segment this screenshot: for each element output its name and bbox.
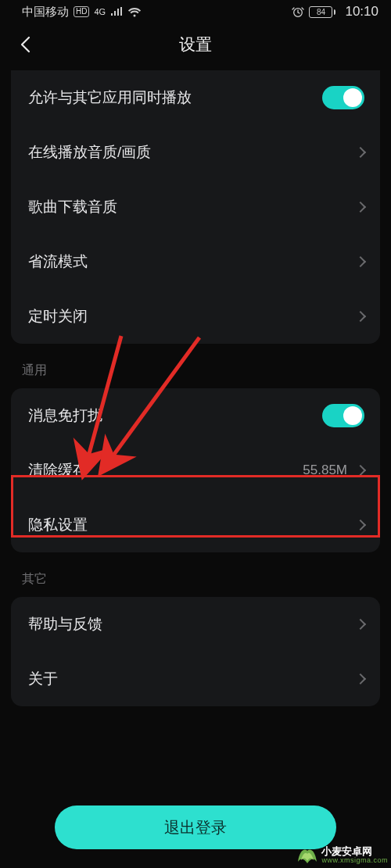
page-title: 设置	[0, 34, 391, 55]
settings-group-general: 消息免打扰 清除缓存 55.85M 隐私设置	[11, 388, 380, 552]
battery-level: 84	[317, 8, 325, 16]
row-clear-cache[interactable]: 清除缓存 55.85M	[11, 443, 380, 498]
row-label: 允许与其它应用同时播放	[28, 88, 322, 108]
toggle-allow-other-apps[interactable]	[322, 86, 364, 109]
carrier-label: 中国移动	[22, 5, 69, 20]
section-header-other: 其它	[0, 571, 391, 597]
chevron-right-icon	[355, 619, 366, 630]
settings-group-playback: 允许与其它应用同时播放 在线播放音质/画质 歌曲下载音质 省流模式 定时关闭	[11, 70, 380, 344]
chevron-left-icon	[20, 36, 30, 53]
row-sleep-timer[interactable]: 定时关闭	[11, 289, 380, 344]
toggle-do-not-disturb[interactable]	[322, 404, 364, 427]
alarm-icon	[292, 5, 304, 18]
chevron-right-icon	[355, 311, 366, 322]
row-label: 消息免打扰	[28, 405, 322, 426]
row-allow-other-apps[interactable]: 允许与其它应用同时播放	[11, 70, 380, 125]
watermark-logo-icon	[296, 846, 318, 865]
row-label: 省流模式	[28, 252, 357, 272]
chevron-right-icon	[355, 147, 366, 158]
chevron-right-icon	[355, 256, 366, 267]
watermark-url: www.xmsigma.com	[321, 857, 388, 865]
status-bar: 中国移动 HD 4G 84 10:10	[0, 0, 391, 23]
row-label: 关于	[28, 669, 357, 689]
section-header-general: 通用	[0, 363, 391, 388]
row-do-not-disturb[interactable]: 消息免打扰	[11, 388, 380, 443]
back-button[interactable]	[9, 29, 41, 60]
row-about[interactable]: 关于	[11, 652, 380, 706]
chevron-right-icon	[355, 465, 366, 476]
row-label: 隐私设置	[28, 515, 357, 535]
row-help-feedback[interactable]: 帮助与反馈	[11, 597, 380, 652]
logout-wrap: 退出登录	[0, 805, 391, 849]
status-left: 中国移动 HD 4G	[22, 5, 142, 20]
chevron-right-icon	[355, 673, 366, 684]
logout-button[interactable]: 退出登录	[55, 805, 336, 849]
row-download-quality[interactable]: 歌曲下载音质	[11, 180, 380, 234]
battery-indicator: 84	[309, 6, 335, 18]
cache-size-value: 55.85M	[303, 463, 347, 478]
network-label: 4G	[94, 7, 106, 16]
row-label: 定时关闭	[28, 306, 357, 327]
row-online-quality[interactable]: 在线播放音质/画质	[11, 125, 380, 180]
row-label: 清除缓存	[28, 460, 303, 480]
watermark: 小麦安卓网 www.xmsigma.com	[296, 846, 388, 865]
nav-header: 设置	[0, 23, 391, 66]
hd-badge: HD	[74, 6, 89, 17]
signal-icon	[110, 7, 123, 16]
chevron-right-icon	[355, 202, 366, 213]
row-label: 歌曲下载音质	[28, 197, 357, 217]
clock: 10:10	[345, 4, 378, 20]
chevron-right-icon	[355, 520, 366, 530]
row-label: 在线播放音质/画质	[28, 142, 357, 163]
row-data-saver[interactable]: 省流模式	[11, 234, 380, 289]
row-label: 帮助与反馈	[28, 614, 357, 634]
row-privacy-settings[interactable]: 隐私设置	[11, 498, 380, 552]
logout-label: 退出登录	[164, 817, 227, 838]
status-right: 84 10:10	[292, 4, 378, 20]
watermark-name: 小麦安卓网	[321, 846, 388, 857]
settings-group-other: 帮助与反馈 关于	[11, 597, 380, 706]
wifi-icon	[127, 7, 142, 17]
